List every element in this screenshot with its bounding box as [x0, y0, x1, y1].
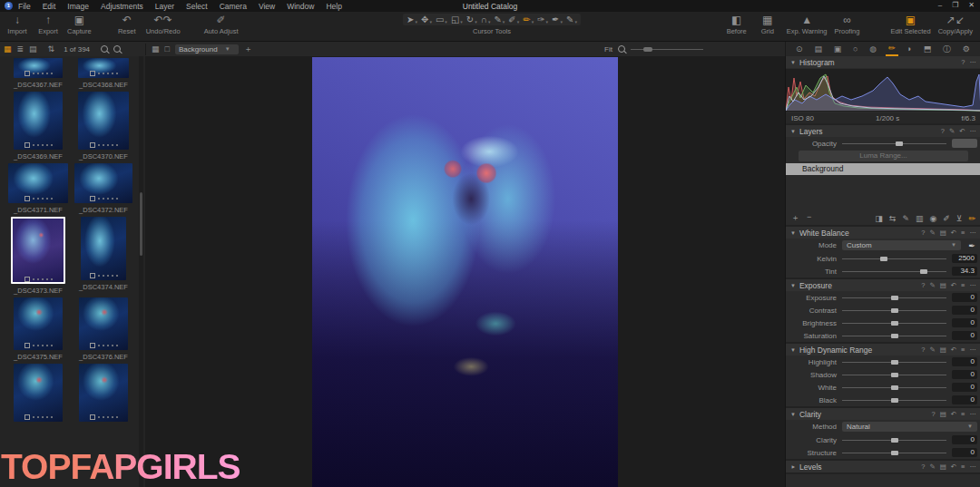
undo-icon[interactable]: ↶ — [951, 229, 956, 237]
more-icon[interactable]: ⋯ — [970, 410, 977, 418]
menu-edit[interactable]: Edit — [43, 2, 56, 11]
thumbnail-image[interactable] — [11, 217, 65, 284]
star-dot-icon[interactable] — [46, 144, 48, 146]
star-dot-icon[interactable] — [37, 144, 39, 146]
star-dot-icon[interactable] — [107, 198, 109, 200]
wb-tint-value[interactable]: 34.3 — [952, 267, 977, 276]
rating-dots[interactable] — [90, 272, 118, 278]
copy-icon[interactable]: ▤ — [940, 410, 946, 418]
undo-icon[interactable]: ↶ — [951, 346, 956, 354]
preset-icon[interactable]: ≡ — [961, 229, 965, 237]
star-dot-icon[interactable] — [112, 144, 113, 146]
clarity-structure-slider[interactable] — [842, 453, 946, 453]
linear-gradient-mask-icon[interactable]: ▥ — [916, 214, 924, 223]
rating-dots[interactable] — [90, 70, 118, 76]
histogram-header[interactable]: ▼ Histogram ?⋯ — [786, 56, 980, 68]
star-dot-icon[interactable] — [116, 416, 118, 418]
proofing-button[interactable]: ∞Proofing — [835, 14, 860, 35]
exposure-brightness-slider[interactable] — [842, 323, 946, 324]
star-dot-icon[interactable] — [33, 144, 34, 146]
more-icon[interactable]: ⋯ — [970, 463, 977, 471]
add-layer-icon[interactable]: ＋ — [791, 212, 799, 224]
tab-adjustments[interactable]: ✏ — [886, 42, 898, 56]
levels-header[interactable]: ▼ Levels ?✎▤↶≡⋯ — [786, 461, 980, 472]
help-icon[interactable]: ? — [921, 463, 925, 471]
brush-icon[interactable]: ✎ — [949, 127, 955, 135]
remove-layer-icon[interactable]: − — [807, 212, 811, 224]
wb-tint-slider-thumb[interactable] — [920, 269, 927, 274]
star-dot-icon[interactable] — [98, 275, 100, 277]
star-dot-icon[interactable] — [46, 345, 48, 346]
clarity-clarity-slider-thumb[interactable] — [891, 438, 898, 443]
star-dot-icon[interactable] — [98, 73, 100, 74]
clarity-structure-slider-thumb[interactable] — [891, 451, 898, 455]
brush-icon[interactable]: ✎ — [929, 229, 935, 237]
copy-icon[interactable]: ▤ — [940, 463, 946, 471]
export-button[interactable]: ↑Export — [36, 14, 60, 35]
thumbnail-cell[interactable]: _DSC4371.NEF — [5, 163, 71, 214]
exposure-saturation-slider[interactable] — [842, 336, 946, 336]
exposure-exposure-slider[interactable] — [842, 297, 946, 298]
rating-dots[interactable] — [24, 276, 53, 282]
collapse-icon[interactable]: ▼ — [790, 464, 796, 470]
edit-selected-button[interactable]: ▣Edit Selected — [890, 14, 930, 35]
star-dot-icon[interactable] — [103, 144, 104, 146]
maximize-button[interactable]: ❐ — [952, 1, 958, 9]
hdr-shadow-slider[interactable] — [842, 375, 946, 375]
crop-tool[interactable]: ◱▾ — [451, 15, 463, 24]
wb-eyedropper-icon[interactable]: ✒ — [966, 241, 977, 250]
tab-search[interactable]: ⊙ — [793, 43, 806, 55]
star-dot-icon[interactable] — [116, 198, 118, 200]
draw-mask-tool[interactable]: ✏▾ — [523, 15, 534, 24]
menu-image[interactable]: Image — [67, 2, 89, 11]
star-dot-icon[interactable] — [33, 416, 34, 418]
color-tag-icon[interactable] — [90, 71, 95, 76]
star-dot-icon[interactable] — [112, 345, 113, 346]
grid-view-icon[interactable]: ▦ — [4, 44, 12, 54]
wb-tint-slider[interactable] — [842, 271, 946, 272]
menu-window[interactable]: Window — [287, 2, 314, 11]
rating-dots[interactable] — [24, 141, 53, 148]
exposure-exposure-slider-thumb[interactable] — [891, 296, 898, 300]
undo-icon[interactable]: ↶ — [951, 410, 956, 418]
star-dot-icon[interactable] — [107, 275, 109, 277]
collapse-icon[interactable]: ▼ — [790, 283, 796, 288]
browser-scrollbar[interactable] — [139, 56, 143, 487]
clarity-header[interactable]: ▼ Clarity ?▤↶≡⋯ — [786, 408, 980, 420]
wb-kelvin-slider[interactable] — [842, 258, 946, 259]
star-dot-icon[interactable] — [42, 345, 44, 346]
opacity-slider-thumb[interactable] — [896, 141, 903, 146]
color-tag-icon[interactable] — [90, 343, 95, 348]
star-dot-icon[interactable] — [51, 198, 53, 200]
rating-dots[interactable] — [90, 414, 118, 420]
preset-icon[interactable]: ≡ — [961, 346, 965, 354]
preset-icon[interactable]: ≡ — [961, 410, 965, 418]
menu-select[interactable]: Select — [186, 2, 208, 11]
exposure-contrast-slider-thumb[interactable] — [891, 308, 898, 313]
thumbnail-cell[interactable]: _DSC4375.NEF — [5, 297, 71, 361]
thumbnail-cell[interactable]: _DSC4370.NEF — [71, 92, 136, 161]
thumbnail-cell[interactable]: _DSC4369.NEF — [5, 92, 71, 161]
star-dot-icon[interactable] — [37, 416, 39, 418]
star-dot-icon[interactable] — [116, 73, 118, 74]
clarity-clarity-value[interactable]: 0 — [952, 435, 977, 444]
tab-settings[interactable]: ⚙ — [960, 43, 973, 55]
undo-icon[interactable]: ↶ — [951, 281, 956, 289]
zoom-mode-label[interactable]: Fit — [604, 45, 612, 54]
wb-mode-dropdown[interactable]: Custom▼ — [842, 240, 961, 250]
sort-icon[interactable]: ⇅ — [48, 44, 55, 54]
clarity-clarity-slider[interactable] — [842, 440, 946, 441]
help-icon[interactable]: ? — [961, 58, 965, 66]
display-mask-icon[interactable]: ◨ — [875, 214, 883, 223]
star-dot-icon[interactable] — [33, 278, 34, 280]
hdr-white-value[interactable]: 0 — [952, 383, 977, 392]
help-icon[interactable]: ? — [921, 346, 925, 354]
help-icon[interactable]: ? — [941, 127, 945, 135]
exposure-brightness-value[interactable]: 0 — [952, 318, 977, 327]
brush-icon[interactable]: ✎ — [929, 281, 935, 289]
hdr-highlight-value[interactable]: 0 — [952, 357, 977, 366]
more-icon[interactable]: ⋯ — [970, 127, 977, 135]
tab-color[interactable]: ◍ — [867, 43, 879, 55]
rotate-tool[interactable]: ↻▾ — [466, 15, 477, 24]
help-icon[interactable]: ? — [921, 229, 925, 237]
